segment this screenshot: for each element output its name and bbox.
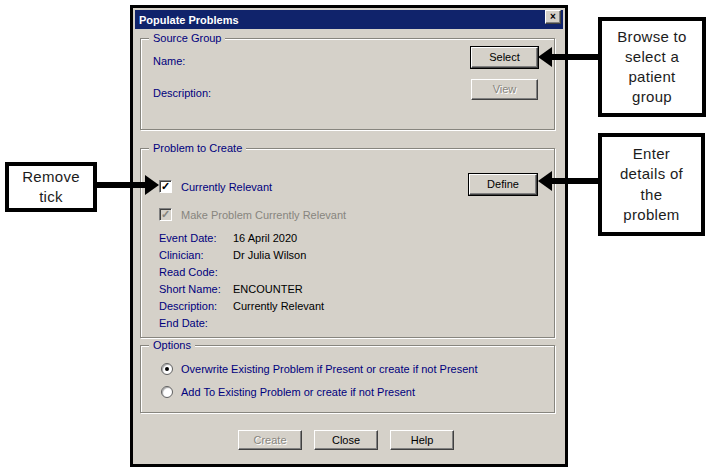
radio-dot: [165, 367, 169, 371]
field-row-description: Description: Currently Relevant: [159, 300, 539, 317]
screenshot-canvas: Populate Problems × Source Group Name: D…: [0, 0, 714, 471]
help-button[interactable]: Help: [390, 430, 454, 450]
view-button[interactable]: View: [471, 79, 538, 100]
define-button[interactable]: Define: [469, 174, 537, 195]
dialog-title: Populate Problems: [139, 14, 239, 26]
check-icon: ✓: [161, 208, 170, 220]
name-label: Name:: [153, 55, 185, 67]
arrow-left-icon: [538, 171, 552, 191]
make-relevant-checkbox[interactable]: ✓: [159, 208, 172, 221]
check-icon: ✓: [161, 180, 170, 192]
arrow-shaft: [551, 178, 598, 184]
overwrite-radio-label: Overwrite Existing Problem if Present or…: [181, 363, 478, 375]
select-button[interactable]: Select: [471, 47, 538, 68]
callout-browse-group: Browse to select a patient group: [598, 17, 706, 117]
event-date-label: Event Date:: [159, 232, 233, 249]
options-box: Options Overwrite Existing Problem if Pr…: [140, 345, 555, 413]
close-button[interactable]: Close: [314, 430, 378, 450]
clinician-label: Clinician:: [159, 249, 233, 266]
overwrite-radio[interactable]: [161, 363, 173, 375]
description-label: Description:: [153, 87, 211, 99]
field-row-end-date: End Date:: [159, 317, 539, 334]
problem-to-create-box: Problem to Create ✓ Currently Relevant D…: [140, 148, 555, 338]
arrow-right-icon: [145, 175, 159, 195]
description-field-label: Description:: [159, 300, 233, 317]
callout-remove-tick: Remove tick: [5, 162, 97, 212]
create-button[interactable]: Create: [238, 430, 302, 450]
add-to-radio[interactable]: [161, 386, 173, 398]
read-code-label: Read Code:: [159, 266, 233, 283]
currently-relevant-checkbox[interactable]: ✓: [159, 180, 172, 193]
arrow-shaft: [97, 182, 145, 188]
field-row-short-name: Short Name: ENCOUNTER: [159, 283, 539, 300]
arrow-shaft: [551, 54, 598, 60]
field-row-event-date: Event Date: 16 April 2020: [159, 232, 539, 249]
short-name-value: ENCOUNTER: [233, 283, 303, 300]
options-legend: Options: [149, 339, 195, 352]
make-relevant-label: Make Problem Currently Relevant: [181, 209, 346, 221]
title-bar[interactable]: Populate Problems: [135, 10, 563, 29]
problem-group-legend: Problem to Create: [149, 142, 246, 155]
field-row-read-code: Read Code:: [159, 266, 539, 283]
arrow-left-icon: [538, 47, 552, 67]
short-name-label: Short Name:: [159, 283, 233, 300]
description-field-value: Currently Relevant: [233, 300, 324, 317]
end-date-label: End Date:: [159, 317, 233, 334]
add-to-radio-label: Add To Existing Problem or create if not…: [181, 386, 415, 398]
event-date-value: 16 April 2020: [233, 232, 297, 249]
populate-problems-dialog: Populate Problems × Source Group Name: D…: [130, 5, 568, 467]
clinician-value: Dr Julia Wilson: [233, 249, 306, 266]
close-icon[interactable]: ×: [545, 10, 561, 24]
callout-enter-details: Enter details of the problem: [598, 133, 705, 236]
currently-relevant-label: Currently Relevant: [181, 181, 272, 193]
source-group-legend: Source Group: [149, 32, 225, 45]
source-group-box: Source Group Name: Description: Select V…: [140, 38, 555, 130]
field-row-clinician: Clinician: Dr Julia Wilson: [159, 249, 539, 266]
